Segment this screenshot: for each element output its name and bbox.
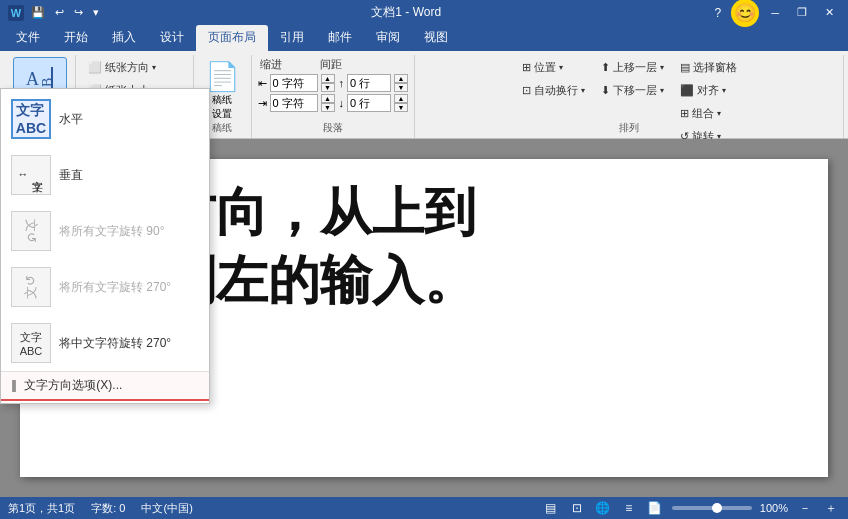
menu-item-cjk270[interactable]: 文字ABC 将中文字符旋转 270° [1,315,209,371]
align-icon: ⬛ [680,84,694,97]
horizontal-option-icon: 文字ABC [11,99,51,139]
group-icon: ⊞ [680,107,689,120]
uplayer-label: 上移一层 [613,60,657,75]
status-bar: 第1页，共1页 字数: 0 中文(中国) ▤ ⊡ 🌐 ≡ 📄 100% － ＋ [0,497,848,519]
title-bar-left: W 💾 ↩ ↪ ▾ [8,4,102,21]
text-direction-dropdown: 文字ABC 水平 文字↕ 垂直 文↺ 将所有文字旋转 90° 文↺ 将所有文字旋… [0,88,210,404]
indent-left-down[interactable]: ▼ [321,83,335,92]
word-icon: W [8,5,24,21]
spacing-before-arrows: ▲ ▼ [394,74,408,92]
vertical-option-label: 垂直 [59,167,83,184]
rotate270-option-label: 将所有文字旋转 270° [59,279,171,296]
zoom-out-btn[interactable]: － [796,499,814,517]
spacing-after-input[interactable]: 0 行 [347,94,391,112]
downlayer-btn[interactable]: ⬇ 下移一层 ▾ [595,80,670,101]
uplayer-btn[interactable]: ⬆ 上移一层 ▾ [595,57,670,78]
downlayer-icon: ⬇ [601,84,610,97]
save-quick-btn[interactable]: 💾 [28,4,48,21]
uplayer-icon: ⬆ [601,61,610,74]
svg-text:A: A [26,69,39,89]
status-right: ▤ ⊡ 🌐 ≡ 📄 100% － ＋ [542,499,840,517]
autowrap-icon: ⊡ [522,84,531,97]
indent-right-up[interactable]: ▲ [321,94,335,103]
menu-item-rotate270[interactable]: 文↺ 将所有文字旋转 270° [1,259,209,315]
redo-quick-btn[interactable]: ↪ [71,4,86,21]
tab-review[interactable]: 审阅 [364,25,412,51]
horizontal-option-label: 水平 [59,111,83,128]
arrange-group: ⊞ 位置 ▾ ⊡ 自动换行 ▾ ⬆ 上移一层 ▾ [415,55,844,138]
position-icon: ⊞ [522,61,531,74]
position-btn[interactable]: ⊞ 位置 ▾ [516,57,591,78]
indent-left-up[interactable]: ▲ [321,74,335,83]
minimize-button[interactable]: ─ [765,5,785,21]
indent-right-row: ⇥ 0 字符 ▲ ▼ [258,94,335,112]
margins-icon: ⬜ [88,61,102,74]
cjk270-option-icon: 文字ABC [11,323,51,363]
spacing-label: 间距 [320,57,342,72]
margins-label: 纸张方向 [105,60,149,75]
tab-file[interactable]: 文件 [4,25,52,51]
view-print-btn[interactable]: ▤ [542,499,560,517]
indent-left-input[interactable]: 0 字符 [270,74,318,92]
spacing-after-row: ↓ 0 行 ▲ ▼ [339,94,409,112]
paragraph-group-label: 段落 [323,121,343,135]
menu-item-horizontal[interactable]: 文字ABC 水平 [1,91,209,147]
draft-group-label: 稿纸 [212,121,232,135]
position-arrow: ▾ [559,63,563,72]
group-label: 组合 [692,106,714,121]
undo-quick-btn[interactable]: ↩ [52,4,67,21]
view-outline-btn[interactable]: ≡ [620,499,638,517]
quick-access-dropdown-btn[interactable]: ▾ [90,4,102,21]
group-arrow: ▾ [717,109,721,118]
paragraph-group: 缩进 间距 ⇤ 0 字符 ▲ ▼ ⇥ [252,55,416,138]
word-count-status: 字数: 0 [91,501,125,516]
spacing-before-up[interactable]: ▲ [394,74,408,83]
menu-item-options[interactable]: ‖ 文字方向选项(X)... [1,371,209,401]
view-full-btn[interactable]: ⊡ [568,499,586,517]
title-bar-right: ? 😊 ─ ❐ ✕ [711,0,840,27]
align-btn[interactable]: ⬛ 对齐 ▾ [674,80,743,101]
tab-insert[interactable]: 插入 [100,25,148,51]
tab-home[interactable]: 开始 [52,25,100,51]
close-button[interactable]: ✕ [819,4,840,21]
spacing-after-down[interactable]: ▼ [394,103,408,112]
spacing-before-input[interactable]: 0 行 [347,74,391,92]
zoom-in-btn[interactable]: ＋ [822,499,840,517]
status-left: 第1页，共1页 字数: 0 中文(中国) [8,501,193,516]
spacing-after-arrows: ▲ ▼ [394,94,408,112]
title-bar: W 💾 ↩ ↪ ▾ 文档1 - Word ? 😊 ─ ❐ ✕ [0,0,848,25]
help-button[interactable]: ? [711,4,726,22]
smiley-icon[interactable]: 😊 [731,0,759,27]
menu-item-vertical[interactable]: 文字↕ 垂直 [1,147,209,203]
spacing-after-up[interactable]: ▲ [394,94,408,103]
zoom-slider[interactable] [672,506,752,510]
align-arrow: ▾ [722,86,726,95]
spacing-before-row: ↑ 0 行 ▲ ▼ [339,74,409,92]
spacing-after-icon: ↓ [339,97,345,109]
indent-left-row: ⇤ 0 字符 ▲ ▼ [258,74,335,92]
indent-right-down[interactable]: ▼ [321,103,335,112]
arrange-group-label: 排列 [619,121,639,135]
indent-right-input[interactable]: 0 字符 [270,94,318,112]
group-btn[interactable]: ⊞ 组合 ▾ [674,103,743,124]
tab-page-layout[interactable]: 页面布局 [196,25,268,51]
margins-btn[interactable]: ⬜ 纸张方向 ▾ [82,57,162,78]
indent-label: 缩进 [260,57,282,72]
tab-mail[interactable]: 邮件 [316,25,364,51]
rotate90-option-label: 将所有文字旋转 90° [59,223,164,240]
menu-item-rotate90[interactable]: 文↺ 将所有文字旋转 90° [1,203,209,259]
tab-design[interactable]: 设计 [148,25,196,51]
indent-right-arrows: ▲ ▼ [321,94,335,112]
options-label: 文字方向选项(X)... [24,378,122,392]
view-web-btn[interactable]: 🌐 [594,499,612,517]
view-draft-btn[interactable]: 📄 [646,499,664,517]
selection-icon: ▤ [680,61,690,74]
spacing-before-down[interactable]: ▼ [394,83,408,92]
tab-references[interactable]: 引用 [268,25,316,51]
autowrap-btn[interactable]: ⊡ 自动换行 ▾ [516,80,591,101]
rotate90-option-icon: 文↺ [11,211,51,251]
restore-button[interactable]: ❐ [791,4,813,21]
tab-view[interactable]: 视图 [412,25,460,51]
cjk270-option-label: 将中文字符旋转 270° [59,335,171,352]
selection-pane-btn[interactable]: ▤ 选择窗格 [674,57,743,78]
